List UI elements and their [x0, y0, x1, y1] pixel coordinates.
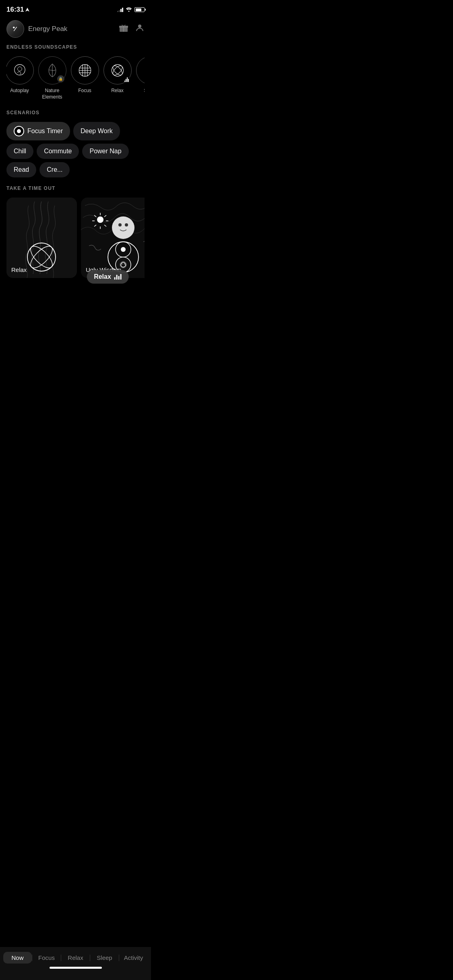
signal-icon	[117, 7, 123, 12]
playing-bars-icon	[114, 274, 122, 280]
svg-point-6	[138, 25, 141, 28]
soundscapes-row: Autoplay 🔒 NatureElements	[6, 56, 145, 102]
sleep-label: Sleep	[144, 88, 145, 94]
svg-marker-0	[25, 8, 29, 12]
scenarios-title: SCENARIOS	[6, 110, 145, 115]
app-header: Energy Peak	[0, 17, 151, 44]
header-actions	[119, 23, 145, 35]
commute-label: Commute	[44, 148, 72, 155]
soundscape-autoplay[interactable]: Autoplay	[6, 56, 33, 100]
svg-point-1	[128, 10, 130, 12]
status-icons	[117, 7, 145, 13]
soundscape-sleep[interactable]: Sleep	[137, 56, 145, 100]
timeout-section: TAKE A TIME OUT Relax	[0, 185, 151, 286]
relax-card-art	[6, 198, 77, 278]
scenario-power-nap[interactable]: Power Nap	[82, 144, 128, 159]
scenario-creative[interactable]: Cre...	[39, 162, 70, 177]
timeouts-row: Relax	[6, 198, 145, 278]
svg-point-2	[13, 27, 14, 28]
status-time: 16:31	[6, 6, 29, 14]
wifi-icon	[126, 7, 132, 13]
soundscapes-title: ENDLESS SOUNDSCAPES	[6, 44, 145, 50]
chill-label: Chill	[14, 148, 26, 155]
svg-point-34	[97, 216, 103, 223]
timeout-relax-card[interactable]: Relax	[6, 198, 77, 278]
logo-area[interactable]: Energy Peak	[6, 20, 67, 38]
gift-icon[interactable]	[119, 23, 128, 35]
svg-point-16	[111, 64, 124, 76]
svg-point-28	[112, 216, 134, 239]
focus-label: Focus	[78, 88, 91, 94]
playing-label: Relax	[94, 273, 111, 280]
bar-badge	[124, 77, 130, 82]
app-logo	[6, 20, 24, 38]
playing-badge[interactable]: Relax	[87, 270, 129, 284]
scenarios-grid: Focus Timer Deep Work Chill Commute Powe…	[6, 122, 145, 177]
focus-icon	[76, 62, 94, 79]
focus-timer-label: Focus Timer	[27, 128, 63, 135]
soundscapes-section: ENDLESS SOUNDSCAPES Autoplay 🔒	[0, 44, 151, 110]
wisdom-card-art	[81, 198, 145, 278]
autoplay-label: Autoplay	[10, 88, 29, 94]
scenario-deep-work[interactable]: Deep Work	[73, 122, 120, 140]
scenario-chill[interactable]: Chill	[6, 144, 33, 159]
svg-point-30	[125, 223, 128, 226]
deep-work-label: Deep Work	[81, 128, 113, 135]
user-icon[interactable]	[135, 23, 145, 35]
scenarios-section: SCENARIOS Focus Timer Deep Work Chill Co…	[0, 110, 151, 185]
scenario-read[interactable]: Read	[6, 162, 36, 177]
scenario-focus-timer[interactable]: Focus Timer	[6, 122, 70, 140]
app-name: Energy Peak	[28, 25, 67, 33]
svg-point-26	[121, 247, 126, 252]
relax-card-label: Relax	[11, 266, 72, 273]
lock-badge: 🔒	[57, 75, 64, 82]
read-label: Read	[14, 166, 29, 173]
timeout-title: TAKE A TIME OUT	[6, 185, 145, 191]
soundscape-focus[interactable]: Focus	[72, 56, 98, 100]
power-nap-label: Power Nap	[89, 148, 121, 155]
soundscape-nature[interactable]: 🔒 NatureElements	[39, 56, 65, 100]
soundscape-relax[interactable]: Relax	[104, 56, 130, 100]
svg-point-33	[124, 264, 125, 265]
timeout-wisdom-card[interactable]: 🔒 Ugly Wisdom	[81, 198, 145, 278]
svg-point-29	[118, 223, 122, 226]
battery-icon	[134, 7, 145, 12]
svg-point-15	[111, 64, 124, 76]
autoplay-icon	[11, 62, 29, 79]
sleep-icon	[141, 62, 145, 79]
focus-timer-dot	[14, 126, 24, 136]
relax-icon	[109, 62, 126, 79]
nature-label: NatureElements	[42, 88, 62, 100]
relax-label: Relax	[111, 88, 124, 94]
scenario-commute[interactable]: Commute	[37, 144, 79, 159]
creative-label: Cre...	[47, 166, 62, 173]
status-bar: 16:31	[0, 0, 151, 17]
location-icon	[25, 8, 29, 12]
svg-point-32	[122, 264, 123, 265]
